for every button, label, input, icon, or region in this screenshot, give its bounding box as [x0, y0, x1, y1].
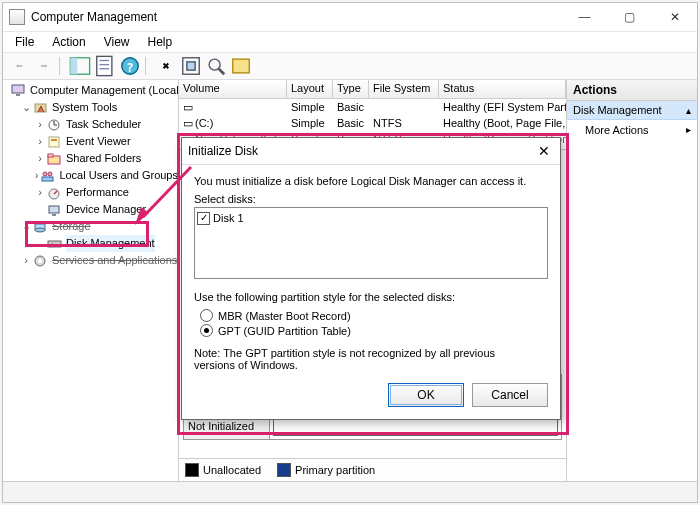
services-icon: [33, 254, 49, 268]
svg-rect-14: [16, 94, 20, 96]
tools-icon: [33, 101, 49, 115]
delete-button[interactable]: ✖: [154, 54, 178, 78]
status-bar: [3, 481, 697, 502]
view-button[interactable]: [229, 54, 253, 78]
menu-view[interactable]: View: [96, 33, 138, 51]
back-button[interactable]: ⬅: [7, 54, 31, 78]
title-bar: Computer Management — ▢ ✕: [3, 3, 697, 32]
refresh-button[interactable]: [179, 54, 203, 78]
legend-swatch-unallocated: [185, 463, 199, 477]
disk-list-item[interactable]: ✓ Disk 1: [197, 210, 545, 226]
minimize-button[interactable]: —: [562, 3, 607, 31]
tree-event-viewer[interactable]: ›Event Viewer: [3, 133, 178, 150]
tree-root[interactable]: ▾Computer Management (Local: [3, 82, 178, 99]
table-row[interactable]: ▭(C:) Simple Basic NTFS Healthy (Boot, P…: [179, 115, 566, 131]
svg-rect-12: [233, 59, 250, 73]
actions-more[interactable]: More Actions ▸: [567, 120, 697, 140]
svg-rect-20: [51, 139, 57, 141]
select-disks-label: Select disks:: [194, 193, 548, 205]
radio-icon: [200, 309, 213, 322]
tree-local-users[interactable]: ›Local Users and Groups: [3, 167, 178, 184]
svg-rect-1: [70, 58, 77, 75]
svg-text:?: ?: [126, 61, 133, 75]
show-hide-tree-button[interactable]: [68, 54, 92, 78]
actions-category[interactable]: Disk Management ▴: [567, 101, 697, 120]
toolbar: ⬅ ➡ ? ✖: [3, 53, 697, 80]
maximize-button[interactable]: ▢: [607, 3, 652, 31]
svg-point-10: [209, 59, 220, 70]
properties-button[interactable]: [93, 54, 117, 78]
cancel-button[interactable]: Cancel: [472, 383, 548, 407]
svg-point-23: [43, 172, 47, 176]
computer-icon: [11, 84, 27, 98]
svg-rect-28: [49, 206, 59, 213]
close-button[interactable]: ✕: [652, 3, 697, 31]
svg-rect-22: [48, 154, 53, 157]
menu-help[interactable]: Help: [140, 33, 181, 51]
svg-point-36: [38, 259, 42, 263]
svg-rect-19: [49, 137, 59, 147]
dialog-title-bar[interactable]: Initialize Disk ✕: [182, 138, 560, 165]
forward-button[interactable]: ➡: [32, 54, 56, 78]
separator-icon: [145, 57, 152, 75]
col-layout[interactable]: Layout: [287, 80, 333, 98]
volume-icon: ▭: [183, 117, 193, 130]
volume-header[interactable]: Volume Layout Type File System Status: [179, 80, 566, 99]
tree-services-apps[interactable]: ›Services and Applications: [3, 252, 178, 269]
svg-point-24: [48, 172, 52, 176]
collapse-icon[interactable]: ▴: [686, 105, 691, 116]
actions-header: Actions: [567, 80, 697, 101]
dialog-note: Note: The GPT partition style is not rec…: [194, 347, 534, 371]
folder-share-icon: [47, 152, 63, 166]
dialog-close-button[interactable]: ✕: [534, 143, 554, 159]
col-status[interactable]: Status: [439, 80, 566, 98]
device-icon: [47, 203, 63, 217]
tree-device-manager[interactable]: ›Device Manager: [3, 201, 178, 218]
radio-mbr[interactable]: MBR (Master Boot Record): [200, 309, 548, 322]
perf-icon: [47, 186, 63, 200]
table-row[interactable]: ▭ Simple Basic Healthy (EFI System Parti…: [179, 99, 566, 115]
svg-rect-33: [48, 241, 61, 247]
users-icon: [40, 169, 56, 183]
menu-bar: File Action View Help: [3, 32, 697, 53]
dialog-title: Initialize Disk: [188, 144, 258, 158]
col-volume[interactable]: Volume: [179, 80, 287, 98]
app-window: Computer Management — ▢ ✕ File Action Vi…: [2, 2, 698, 503]
radio-gpt[interactable]: GPT (GUID Partition Table): [200, 324, 548, 337]
menu-action[interactable]: Action: [44, 33, 93, 51]
legend: Unallocated Primary partition: [179, 458, 566, 481]
actions-pane: Actions Disk Management ▴ More Actions ▸: [567, 80, 697, 481]
tree-storage[interactable]: ⌄Storage: [3, 218, 178, 235]
tree-task-scheduler[interactable]: ›Task Scheduler: [3, 116, 178, 133]
svg-rect-9: [187, 62, 195, 70]
menu-file[interactable]: File: [7, 33, 42, 51]
nav-tree[interactable]: ▾Computer Management (Local ⌄System Tool…: [3, 80, 179, 481]
svg-rect-25: [42, 177, 53, 181]
disk-select-list[interactable]: ✓ Disk 1: [194, 207, 548, 279]
disk-icon: [47, 237, 63, 251]
svg-rect-13: [12, 85, 24, 93]
window-title: Computer Management: [31, 10, 157, 24]
svg-point-34: [51, 243, 53, 245]
tree-disk-management[interactable]: ›Disk Management: [3, 235, 178, 252]
svg-point-32: [35, 228, 45, 232]
storage-icon: [33, 220, 49, 234]
chevron-right-icon: ▸: [686, 124, 691, 135]
dialog-message: You must initialize a disk before Logica…: [194, 175, 548, 187]
initialize-disk-dialog: Initialize Disk ✕ You must initialize a …: [181, 137, 561, 420]
svg-rect-2: [97, 56, 112, 75]
tree-performance[interactable]: ›Performance: [3, 184, 178, 201]
partition-style-label: Use the following partition style for th…: [194, 291, 548, 303]
tree-system-tools[interactable]: ⌄System Tools: [3, 99, 178, 116]
app-icon: [9, 9, 25, 25]
clock-icon: [47, 118, 63, 132]
event-icon: [47, 135, 63, 149]
svg-rect-29: [52, 214, 56, 216]
col-fs[interactable]: File System: [369, 80, 439, 98]
checkbox-disk1[interactable]: ✓: [197, 212, 210, 225]
ok-button[interactable]: OK: [388, 383, 464, 407]
rescan-button[interactable]: [204, 54, 228, 78]
tree-shared-folders[interactable]: ›Shared Folders: [3, 150, 178, 167]
help-button[interactable]: ?: [118, 54, 142, 78]
col-type[interactable]: Type: [333, 80, 369, 98]
